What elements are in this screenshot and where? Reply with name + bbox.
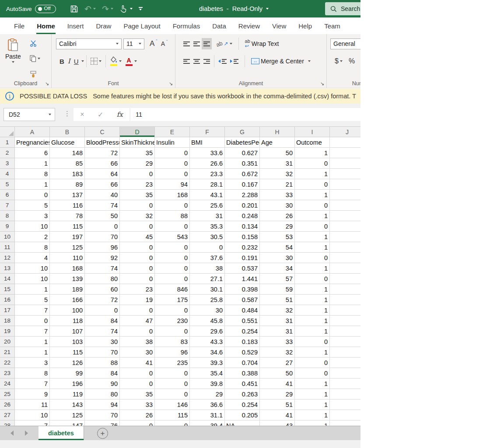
cell-J27[interactable] bbox=[330, 410, 360, 420]
cell-J7[interactable] bbox=[330, 200, 360, 211]
font-color-button[interactable]: A bbox=[123, 56, 139, 67]
cell-J18[interactable] bbox=[330, 316, 360, 326]
cell-D23[interactable]: 0 bbox=[120, 368, 155, 379]
cell-J10[interactable] bbox=[330, 232, 360, 242]
alignment-dialog-launcher-icon[interactable]: ↘ bbox=[320, 81, 324, 86]
tab-data[interactable]: Data bbox=[206, 17, 232, 34]
cell-E8[interactable]: 88 bbox=[155, 211, 190, 221]
cell-B9[interactable]: 115 bbox=[50, 221, 85, 232]
cell-G24[interactable]: 0.451 bbox=[225, 379, 260, 389]
fill-color-button[interactable] bbox=[108, 56, 123, 67]
cell-E7[interactable]: 0 bbox=[155, 200, 190, 211]
cell-C6[interactable]: 40 bbox=[85, 190, 120, 200]
cell-C12[interactable]: 92 bbox=[85, 253, 120, 263]
cell-B25[interactable]: 119 bbox=[50, 389, 85, 399]
sheet-tab-diabetes[interactable]: diabetes bbox=[38, 426, 84, 440]
cell-J25[interactable] bbox=[330, 389, 360, 399]
cell-H10[interactable]: 53 bbox=[260, 232, 295, 242]
column-header-J[interactable]: J bbox=[330, 127, 360, 137]
cell-H3[interactable]: 31 bbox=[260, 158, 295, 169]
row-header-24[interactable]: 24 bbox=[0, 379, 15, 389]
cell-I2[interactable]: 1 bbox=[295, 148, 330, 158]
cell-A28[interactable]: 7 bbox=[15, 420, 50, 426]
cell-F10[interactable]: 30.5 bbox=[190, 232, 225, 242]
cell-F3[interactable]: 26.6 bbox=[190, 158, 225, 169]
cell-C16[interactable]: 72 bbox=[85, 295, 120, 305]
cell-E12[interactable]: 0 bbox=[155, 253, 190, 263]
cell-G11[interactable]: 0.232 bbox=[225, 242, 260, 253]
column-header-I[interactable]: I bbox=[295, 127, 330, 137]
cell-B20[interactable]: 103 bbox=[50, 337, 85, 347]
cell-E10[interactable]: 543 bbox=[155, 232, 190, 242]
cell-F17[interactable]: 30 bbox=[190, 305, 225, 316]
autosave-pill[interactable]: Off bbox=[35, 5, 56, 13]
cell-C22[interactable]: 88 bbox=[85, 358, 120, 368]
cell-J22[interactable] bbox=[330, 358, 360, 368]
cell-E3[interactable]: 0 bbox=[155, 158, 190, 169]
cell-G12[interactable]: 0.191 bbox=[225, 253, 260, 263]
row-header-27[interactable]: 27 bbox=[0, 410, 15, 420]
cell-D24[interactable]: 0 bbox=[120, 379, 155, 389]
cell-J15[interactable] bbox=[330, 284, 360, 295]
cell-A26[interactable]: 11 bbox=[15, 399, 50, 410]
customize-qat-button[interactable] bbox=[139, 7, 143, 10]
document-title[interactable]: diabetes - Read-Only bbox=[199, 0, 269, 17]
align-left-button[interactable] bbox=[182, 56, 192, 67]
cell-E5[interactable]: 94 bbox=[155, 179, 190, 190]
cell-F12[interactable]: 37.6 bbox=[190, 253, 225, 263]
cell-C26[interactable]: 94 bbox=[85, 399, 120, 410]
cell-H26[interactable]: 51 bbox=[260, 399, 295, 410]
cell-I26[interactable]: 1 bbox=[295, 399, 330, 410]
cell-A27[interactable]: 10 bbox=[15, 410, 50, 420]
tab-view[interactable]: View bbox=[266, 17, 292, 34]
cell-G28[interactable]: NA bbox=[225, 420, 260, 426]
cell-H25[interactable]: 29 bbox=[260, 389, 295, 399]
cell-E4[interactable]: 0 bbox=[155, 169, 190, 179]
formula-bar-grip-icon[interactable]: ⋮ bbox=[64, 110, 70, 118]
cell-A19[interactable]: 7 bbox=[15, 326, 50, 337]
cell-B7[interactable]: 116 bbox=[50, 200, 85, 211]
tab-file[interactable]: File bbox=[8, 17, 31, 34]
shrink-font-button[interactable]: Aˇ bbox=[159, 38, 170, 49]
cell-J26[interactable] bbox=[330, 399, 360, 410]
cancel-button[interactable]: × bbox=[80, 111, 84, 118]
cell-G5[interactable]: 0.167 bbox=[225, 179, 260, 190]
font-family-select[interactable]: Calibri bbox=[56, 38, 122, 49]
cell-E1[interactable]: Insulin bbox=[155, 137, 190, 148]
cell-F2[interactable]: 33.6 bbox=[190, 148, 225, 158]
cell-H20[interactable]: 33 bbox=[260, 337, 295, 347]
cell-F11[interactable]: 0 bbox=[190, 242, 225, 253]
cell-B13[interactable]: 168 bbox=[50, 263, 85, 274]
cell-A5[interactable]: 1 bbox=[15, 179, 50, 190]
row-header-2[interactable]: 2 bbox=[0, 148, 15, 158]
format-painter-button[interactable] bbox=[28, 68, 38, 80]
cell-G6[interactable]: 2.288 bbox=[225, 190, 260, 200]
cell-E19[interactable]: 0 bbox=[155, 326, 190, 337]
cell-G8[interactable]: 0.248 bbox=[225, 211, 260, 221]
cell-E15[interactable]: 846 bbox=[155, 284, 190, 295]
row-header-5[interactable]: 5 bbox=[0, 179, 15, 190]
cell-A9[interactable]: 10 bbox=[15, 221, 50, 232]
row-header-21[interactable]: 21 bbox=[0, 347, 15, 358]
cell-E27[interactable]: 115 bbox=[155, 410, 190, 420]
row-header-23[interactable]: 23 bbox=[0, 368, 15, 379]
tab-formulas[interactable]: Formulas bbox=[167, 17, 206, 34]
cell-A7[interactable]: 5 bbox=[15, 200, 50, 211]
cell-J2[interactable] bbox=[330, 148, 360, 158]
cell-B23[interactable]: 99 bbox=[50, 368, 85, 379]
row-header-1[interactable]: 1 bbox=[0, 137, 15, 148]
cell-J9[interactable] bbox=[330, 221, 360, 232]
cell-A17[interactable]: 7 bbox=[15, 305, 50, 316]
cell-E23[interactable]: 0 bbox=[155, 368, 190, 379]
cell-E6[interactable]: 168 bbox=[155, 190, 190, 200]
column-header-A[interactable]: A bbox=[15, 127, 50, 137]
cell-G7[interactable]: 0.201 bbox=[225, 200, 260, 211]
cell-C28[interactable]: 76 bbox=[85, 420, 120, 426]
cell-C15[interactable]: 60 bbox=[85, 284, 120, 295]
cell-B24[interactable]: 196 bbox=[50, 379, 85, 389]
grow-font-button[interactable]: Aˆ bbox=[148, 38, 159, 49]
tab-help[interactable]: Help bbox=[292, 17, 318, 34]
row-header-6[interactable]: 6 bbox=[0, 190, 15, 200]
cell-J17[interactable] bbox=[330, 305, 360, 316]
accounting-format-button[interactable]: $ bbox=[333, 56, 344, 67]
